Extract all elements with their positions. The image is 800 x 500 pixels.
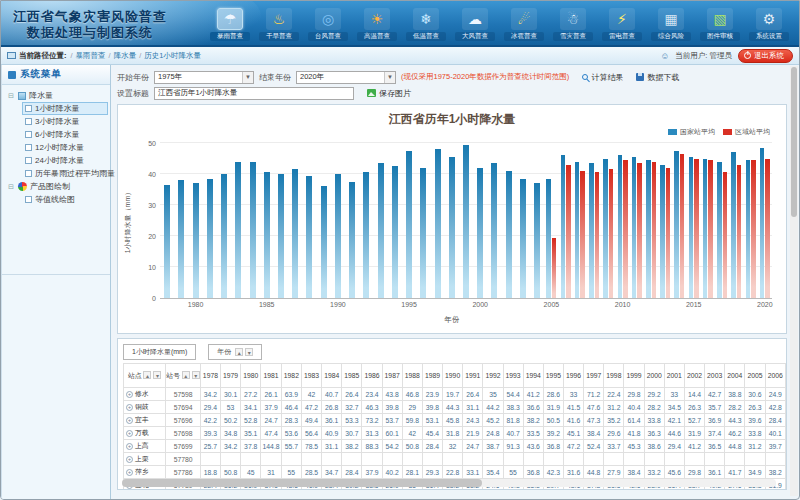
chevron-down-icon: ▼ [242, 72, 253, 83]
save-image-button[interactable]: 保存图片 [367, 88, 411, 99]
breadcrumb-item[interactable]: 历史1小时降水量 [144, 51, 201, 60]
vscroll-thumb[interactable] [791, 67, 797, 217]
logout-button[interactable]: 退出系统 [738, 49, 793, 63]
tree-item-6小时降水量[interactable]: 6小时降水量 [22, 128, 108, 141]
value-cell: 46.4 [281, 401, 301, 414]
bar-national-2007 [575, 162, 580, 298]
expand-row-icon[interactable]: + [126, 391, 133, 398]
tree-item-3小时降水量[interactable]: 3小时降水量 [22, 115, 108, 128]
breadcrumb-item[interactable]: 暴雨普查 [76, 51, 106, 60]
tree-expander-icon[interactable]: ⊟ [8, 183, 15, 191]
bar-group-1997 [430, 143, 444, 298]
sort-desc-icon[interactable]: ▾ [192, 371, 200, 379]
tree-group-降水量[interactable]: ⊟降水量 [8, 89, 108, 102]
value-cell: 53.6 [281, 427, 301, 440]
sort-desc-icon[interactable]: ▾ [245, 348, 253, 356]
tree-item-24小时降水量[interactable]: 24小时降水量 [22, 154, 108, 167]
expand-row-icon[interactable]: + [126, 456, 133, 463]
data-table-panel: 1小时降水量(mm) 年份 ▴▾ 站点 ▴▾站号 ▴▾1978197919801… [117, 338, 787, 490]
value-cell: 45.2 [483, 414, 503, 427]
data-download-button[interactable]: 数据下载 [636, 72, 679, 83]
expand-row-icon[interactable]: + [126, 430, 133, 437]
value-cell: 31.1 [463, 401, 483, 414]
tree-item-1小时降水量[interactable]: 1小时降水量 [22, 102, 108, 115]
value-cell: 39.7 [765, 440, 785, 453]
tree-item-等值线绘图[interactable]: 等值线绘图 [22, 193, 108, 206]
tool-wind[interactable]: ☁大风普查 [455, 8, 495, 41]
tool-typhoon[interactable]: ◎台风普查 [308, 8, 348, 41]
tool-hail[interactable]: ☄冰雹普查 [504, 8, 544, 41]
value-cell: 44.3 [725, 414, 745, 427]
tool-rainstorm[interactable]: ☂暴雨普查 [210, 8, 250, 41]
bar-regional-2011 [637, 163, 642, 298]
bar-national-1999 [463, 145, 469, 298]
bar-group-1992 [359, 143, 373, 298]
value-cell: 52.7 [684, 414, 704, 427]
value-cell: 38.3 [503, 401, 523, 414]
bar-group-1998 [445, 143, 459, 298]
tool-high-temp[interactable]: ☀高温普查 [357, 8, 397, 41]
end-year-select[interactable]: 2020年 ▼ [296, 71, 396, 84]
sort-asc-icon[interactable]: ▴ [235, 348, 243, 356]
value-cell: 33 [563, 388, 583, 401]
breadcrumb-item[interactable]: 降水量 [114, 51, 137, 60]
tool-snow[interactable]: ☃雪灾普查 [553, 8, 593, 41]
tree-item-历年暴雨过程平均雨量[interactable]: 历年暴雨过程平均雨量 [22, 167, 108, 180]
year-col-header: 2001 [664, 364, 684, 388]
expand-row-icon[interactable]: + [126, 469, 133, 476]
settings-icon: ⚙ [756, 8, 782, 30]
tool-lightning[interactable]: ⚡雷电普查 [602, 8, 642, 41]
value-cell: 31.2 [745, 440, 765, 453]
year-col-header: 1990 [443, 364, 463, 388]
station-col-header[interactable]: 站点 ▴▾ [124, 364, 166, 388]
hscroll-thumb[interactable] [122, 479, 482, 487]
year-sort-box[interactable]: 年份 ▴▾ [208, 344, 262, 360]
horizontal-scrollbar[interactable] [122, 479, 776, 487]
legend-item[interactable]: 区域站平均 [723, 127, 770, 137]
year-col-header: 1986 [362, 364, 382, 388]
tool-risk[interactable]: ▦综合风险 [651, 8, 691, 41]
tool-settings[interactable]: ⚙系统设置 [749, 8, 789, 41]
value-cell: 37.9 [261, 401, 281, 414]
bar-group-2001 [487, 143, 501, 298]
vertical-scrollbar[interactable] [790, 66, 798, 496]
y-tick-label: 20 [148, 233, 156, 240]
tool-label: 大风普查 [455, 32, 495, 41]
year-sort-arrows[interactable]: ▴▾ [235, 348, 253, 356]
sort-asc-icon[interactable]: ▴ [143, 371, 151, 379]
expand-row-icon[interactable]: + [126, 404, 133, 411]
tree-expander-icon[interactable]: ⊟ [8, 92, 15, 100]
value-cell: 91.3 [503, 440, 523, 453]
bar-group-1985 [260, 143, 274, 298]
bar-group-1981 [203, 143, 217, 298]
sort-desc-icon[interactable]: ▾ [153, 371, 161, 379]
bar-group-2012 [644, 143, 658, 298]
expand-row-icon[interactable]: + [126, 417, 133, 424]
station-id-col-header[interactable]: 站号 ▴▾ [166, 364, 200, 388]
year-col-header: 1978 [200, 364, 220, 388]
tree-group-产品图绘制[interactable]: ⊟产品图绘制 [8, 180, 108, 193]
tool-map-review[interactable]: ▧图件审核 [700, 8, 740, 41]
palette-icon [18, 182, 27, 191]
year-col-header: 1991 [463, 364, 483, 388]
value-cell: 26.8 [322, 401, 342, 414]
calc-result-button[interactable]: 计算结果 [582, 72, 623, 83]
legend-item[interactable]: 国家站平均 [668, 127, 715, 137]
breadcrumb-prefix: 当前路径位置: [19, 51, 67, 61]
doc-icon [25, 157, 32, 164]
bar-group-1986 [274, 143, 288, 298]
value-cell: 28.2 [644, 401, 664, 414]
chart-title-input[interactable]: 江西省历年1小时降水量 [154, 87, 354, 100]
start-year-select[interactable]: 1975年 ▼ [154, 71, 254, 84]
expand-row-icon[interactable]: + [126, 443, 133, 450]
tool-drought[interactable]: ♨干旱普查 [259, 8, 299, 41]
sort-asc-icon[interactable]: ▴ [182, 371, 190, 379]
tree-item-12小时降水量[interactable]: 12小时降水量 [22, 141, 108, 154]
value-cell [322, 453, 342, 466]
tool-label: 图件审核 [700, 32, 740, 41]
tool-low-temp[interactable]: ❄低温普查 [406, 8, 446, 41]
value-cell: 54.2 [382, 440, 402, 453]
bar-national-1995 [406, 151, 412, 298]
value-cell: 36.9 [705, 414, 725, 427]
bar-group-1979 [174, 143, 188, 298]
